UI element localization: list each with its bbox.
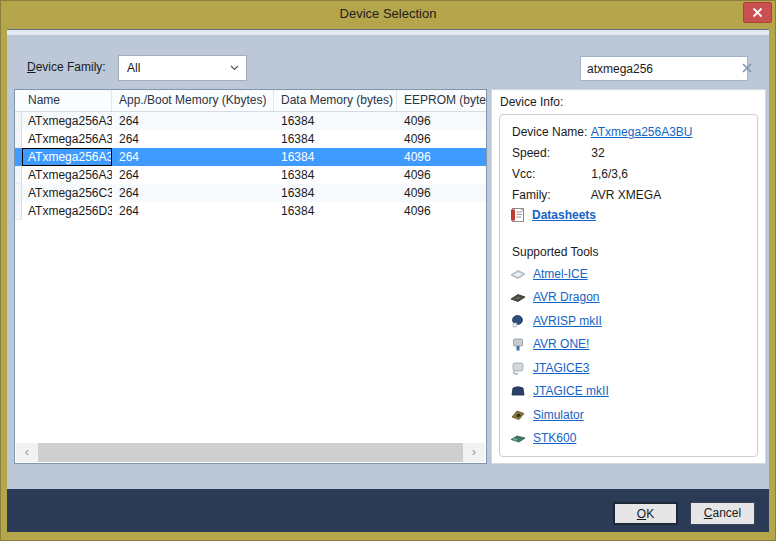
- table-row-selected[interactable]: ATxmega256A3BU 264 16384 4096: [15, 148, 486, 166]
- tool-item: AVR ONE!: [510, 336, 751, 353]
- tool-link-atmel-ice[interactable]: Atmel-ICE: [533, 267, 588, 281]
- cell-app-boot-memory: 264: [112, 112, 274, 130]
- cell-app-boot-memory: 264: [112, 148, 274, 166]
- tool-link-avrisp-mkii[interactable]: AVRISP mkII: [533, 314, 602, 328]
- tool-item: Atmel-ICE: [510, 265, 751, 282]
- family-label: Family:: [512, 188, 588, 202]
- ok-button[interactable]: OK: [613, 502, 678, 525]
- cell-data-memory: 16384: [274, 202, 397, 220]
- clear-search-button[interactable]: [742, 62, 752, 76]
- row-header-gutter: [15, 184, 22, 202]
- search-input[interactable]: [581, 62, 742, 76]
- cell-eeprom: 4096: [397, 184, 486, 202]
- column-header-name[interactable]: Name: [15, 90, 112, 111]
- cell-data-memory: 16384: [274, 112, 397, 130]
- speed-label: Speed:: [512, 146, 588, 160]
- table-row[interactable]: ATxmega256A3U 264 16384 4096: [15, 166, 486, 184]
- table-row[interactable]: ATxmega256A3 264 16384 4096: [15, 112, 486, 130]
- search-box: [580, 56, 748, 81]
- family-row: Family: AVR XMEGA: [512, 188, 661, 204]
- stk600-icon: [510, 430, 526, 446]
- tool-link-jtagice3[interactable]: JTAGICE3: [533, 361, 589, 375]
- avr-one-icon: [510, 336, 526, 352]
- device-name-link[interactable]: ATxmega256A3BU: [591, 125, 693, 139]
- device-info-box: Device Name: ATxmega256A3BU Speed: 32 Vc…: [499, 114, 758, 457]
- cell-name: ATxmega256A3: [22, 112, 112, 130]
- cell-app-boot-memory: 264: [112, 166, 274, 184]
- scroll-right-arrow-icon[interactable]: ›: [463, 443, 485, 462]
- tool-item: STK600: [510, 430, 751, 447]
- datasheets-row: Datasheets: [510, 207, 596, 223]
- device-family-selected-value: All: [127, 61, 140, 75]
- device-info-title: Device Info:: [500, 95, 563, 109]
- cell-app-boot-memory: 264: [112, 130, 274, 148]
- table-header: Name App./Boot Memory (Kbytes) Data Memo…: [15, 90, 486, 112]
- scroll-left-arrow-icon[interactable]: ‹: [16, 443, 38, 462]
- close-icon: [752, 7, 763, 18]
- datasheets-link[interactable]: Datasheets: [532, 208, 596, 222]
- device-name-label: Device Name:: [512, 125, 588, 139]
- cell-name: ATxmega256C3: [22, 184, 112, 202]
- tool-link-jtagice-mkii[interactable]: JTAGICE mkII: [533, 384, 609, 398]
- vcc-value: 1,6/3,6: [591, 167, 628, 181]
- cell-app-boot-memory: 264: [112, 202, 274, 220]
- vcc-row: Vcc: 1,6/3,6: [512, 167, 628, 183]
- close-button[interactable]: [743, 2, 772, 23]
- vcc-label: Vcc:: [512, 167, 588, 181]
- jtagice-mkii-icon: [510, 383, 526, 399]
- dialog-content: Device Family: All Name App./Boot Memory…: [7, 29, 769, 489]
- supported-tools-title: Supported Tools: [512, 245, 599, 259]
- cell-data-memory: 16384: [274, 148, 397, 166]
- device-selection-dialog: Device Selection Device Family: All: [0, 0, 776, 541]
- tool-link-avr-one[interactable]: AVR ONE!: [533, 337, 589, 351]
- titlebar: Device Selection: [0, 0, 776, 29]
- cell-name: ATxmega256D3: [22, 202, 112, 220]
- cell-name: ATxmega256A3BU: [22, 148, 112, 166]
- column-header-app-boot-memory[interactable]: App./Boot Memory (Kbytes): [112, 90, 274, 111]
- cell-eeprom: 4096: [397, 148, 486, 166]
- column-header-eeprom[interactable]: EEPROM (bytes): [397, 90, 486, 111]
- row-header-gutter: [15, 130, 22, 148]
- clear-x-icon: [742, 63, 752, 73]
- footer-bar: OK Cancel: [7, 489, 769, 532]
- cancel-button[interactable]: Cancel: [690, 502, 755, 525]
- table-row[interactable]: ATxmega256A3B 264 16384 4096: [15, 130, 486, 148]
- row-header-gutter: [15, 148, 22, 166]
- table-row[interactable]: ATxmega256C3 264 16384 4096: [15, 184, 486, 202]
- supported-tools-list: Atmel-ICE AVR Dragon: [510, 265, 751, 453]
- cell-data-memory: 16384: [274, 184, 397, 202]
- atmel-ice-icon: [510, 266, 526, 282]
- cell-eeprom: 4096: [397, 112, 486, 130]
- chevron-down-icon: [230, 65, 239, 71]
- device-family-dropdown[interactable]: All: [118, 55, 247, 81]
- scrollbar-thumb[interactable]: [38, 443, 463, 462]
- tool-item: JTAGICE3: [510, 359, 751, 376]
- jtagice3-icon: [510, 360, 526, 376]
- tool-item: Simulator: [510, 406, 751, 423]
- row-header-gutter: [15, 112, 22, 130]
- cell-app-boot-memory: 264: [112, 184, 274, 202]
- horizontal-scrollbar[interactable]: ‹ ›: [16, 443, 485, 462]
- cell-data-memory: 16384: [274, 130, 397, 148]
- device-family-label: Device Family:: [27, 60, 106, 74]
- tool-item: AVRISP mkII: [510, 312, 751, 329]
- device-info-panel: Device Info: Device Name: ATxmega256A3BU…: [491, 89, 766, 464]
- device-name-row: Device Name: ATxmega256A3BU: [512, 125, 693, 141]
- simulator-icon: [510, 407, 526, 423]
- tool-link-avr-dragon[interactable]: AVR Dragon: [533, 290, 599, 304]
- cell-data-memory: 16384: [274, 166, 397, 184]
- cell-eeprom: 4096: [397, 166, 486, 184]
- row-header-gutter: [15, 166, 22, 184]
- speed-row: Speed: 32: [512, 146, 605, 162]
- row-header-gutter: [15, 202, 22, 220]
- table-row[interactable]: ATxmega256D3 264 16384 4096: [15, 202, 486, 220]
- tool-link-simulator[interactable]: Simulator: [533, 408, 584, 422]
- avr-dragon-icon: [510, 289, 526, 305]
- cell-eeprom: 4096: [397, 130, 486, 148]
- cell-name: ATxmega256A3U: [22, 166, 112, 184]
- column-header-data-memory[interactable]: Data Memory (bytes): [274, 90, 397, 111]
- device-table: Name App./Boot Memory (Kbytes) Data Memo…: [14, 89, 487, 464]
- speed-value: 32: [591, 146, 604, 160]
- tool-link-stk600[interactable]: STK600: [533, 431, 576, 445]
- family-value: AVR XMEGA: [591, 188, 661, 202]
